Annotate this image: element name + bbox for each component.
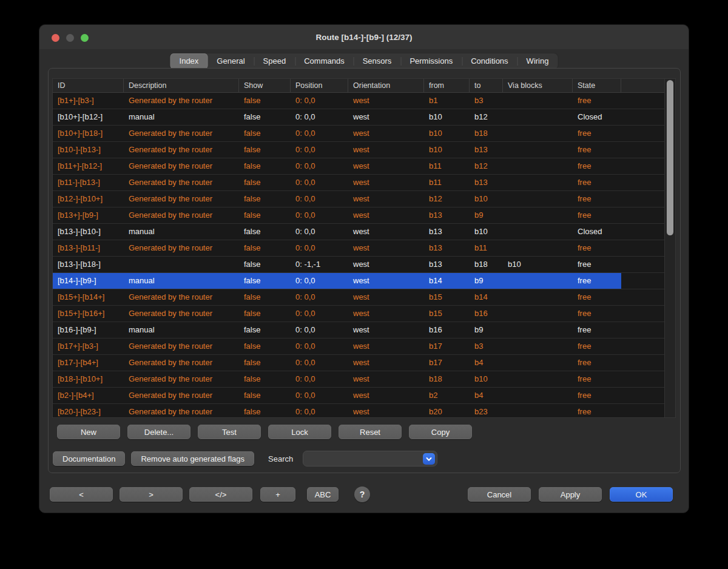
cell-description: Generated by the router — [124, 371, 239, 387]
table-row[interactable]: [b11+]-[b12-]Generated by the routerfals… — [53, 158, 664, 175]
cell-blank — [621, 158, 664, 174]
cell-state: free — [573, 191, 621, 207]
cell-to: b9 — [470, 322, 503, 338]
table-row[interactable]: [b15+]-[b16+]Generated by the routerfals… — [53, 306, 664, 322]
tab-speed[interactable]: Speed — [254, 53, 295, 69]
column-header-from[interactable]: from — [424, 79, 470, 92]
code-button[interactable]: </> — [189, 487, 252, 502]
next-button[interactable]: > — [120, 487, 183, 502]
cell-state: free — [573, 338, 621, 354]
test-button[interactable]: Test — [198, 425, 261, 439]
table-row[interactable]: [b15+]-[b14+]Generated by the routerfals… — [53, 289, 664, 306]
table-row[interactable]: [b17+]-[b3-]Generated by the routerfalse… — [53, 338, 664, 355]
table-row[interactable]: [b13-]-[b10-]manualfalse0: 0,0westb13b10… — [53, 224, 664, 240]
cell-state: free — [573, 273, 621, 289]
table-row[interactable]: [b13-]-[b18-]false0: -1,-1westb13b18b10f… — [53, 257, 664, 273]
reset-button[interactable]: Reset — [339, 425, 402, 439]
delete-button[interactable]: Delete... — [127, 425, 190, 439]
cell-state: free — [573, 158, 621, 174]
help-button[interactable]: ? — [354, 487, 370, 502]
cell-from: b11 — [424, 158, 470, 174]
cell-id: [b17+]-[b3-] — [53, 338, 124, 354]
apply-button[interactable]: Apply — [539, 487, 602, 502]
tab-sensors[interactable]: Sensors — [354, 53, 401, 69]
ok-button[interactable]: OK — [610, 487, 673, 502]
cell-via — [503, 93, 573, 109]
lock-button[interactable]: Lock — [268, 425, 331, 439]
cell-show: false — [239, 338, 291, 354]
close-window-button[interactable] — [52, 34, 59, 42]
cell-from: b15 — [424, 289, 470, 305]
column-header-position[interactable]: Position — [291, 79, 348, 92]
cell-orientation: west — [348, 289, 424, 305]
remove-auto-generated-flags-button[interactable]: Remove auto generated flags — [131, 451, 254, 466]
cell-via — [503, 355, 573, 371]
cell-show: false — [239, 388, 291, 403]
column-header-orientation[interactable]: Orientation — [348, 79, 424, 92]
table-row[interactable]: [b14-]-[b9-]manualfalse0: 0,0westb14b9fr… — [53, 273, 664, 289]
prev-button[interactable]: < — [50, 487, 113, 502]
cell-blank — [621, 93, 664, 109]
cell-id: [b15+]-[b16+] — [53, 306, 124, 322]
cell-show: false — [239, 142, 291, 158]
copy-button[interactable]: Copy — [409, 425, 472, 439]
new-button[interactable]: New — [57, 425, 120, 439]
table-row[interactable]: [b10+]-[b12-]manualfalse0: 0,0westb10b12… — [53, 109, 664, 126]
abc-button[interactable]: ABC — [307, 487, 339, 502]
zoom-window-button[interactable] — [81, 34, 89, 42]
tab-general[interactable]: General — [207, 53, 254, 69]
table-row[interactable]: [b13+]-[b9-]Generated by the routerfalse… — [53, 207, 664, 224]
column-header-state[interactable]: State — [573, 79, 621, 92]
cell-position: 0: 0,0 — [291, 371, 348, 387]
cell-blank — [621, 338, 664, 354]
cell-to: b12 — [470, 158, 503, 174]
cell-orientation: west — [348, 388, 424, 403]
search-combobox[interactable] — [303, 451, 437, 466]
cell-state: free — [573, 93, 621, 109]
add-button[interactable]: + — [260, 487, 295, 502]
column-header-id[interactable]: ID — [53, 79, 124, 92]
tab-conditions[interactable]: Conditions — [462, 53, 517, 69]
cell-state: Closed — [573, 109, 621, 125]
footer-bar: <></>+ABC ? Cancel Apply OK — [50, 487, 673, 502]
table-row[interactable]: [b10+]-[b18-]Generated by the routerfals… — [53, 126, 664, 142]
column-header-description[interactable]: Description — [124, 79, 239, 92]
cell-orientation: west — [348, 371, 424, 387]
cell-id: [b13-]-[b10-] — [53, 224, 124, 240]
table-row[interactable]: [b2-]-[b4+]Generated by the routerfalse0… — [53, 388, 664, 404]
cell-id: [b11+]-[b12-] — [53, 158, 124, 174]
table-row[interactable]: [b1+]-[b3-]Generated by the routerfalse0… — [53, 93, 664, 109]
cancel-button[interactable]: Cancel — [468, 487, 531, 502]
tab-wiring[interactable]: Wiring — [517, 53, 558, 69]
tab-permissions[interactable]: Permissions — [400, 53, 462, 69]
table-row[interactable]: [b18-]-[b10+]Generated by the routerfals… — [53, 371, 664, 388]
cell-position: 0: 0,0 — [291, 93, 348, 109]
cell-from: b14 — [424, 273, 470, 289]
table-row[interactable]: [b10-]-[b13-]Generated by the routerfals… — [53, 142, 664, 158]
cell-description: Generated by the router — [124, 289, 239, 305]
column-header-show[interactable]: Show — [239, 79, 291, 92]
column-header-blank[interactable] — [621, 79, 664, 92]
cell-position: 0: 0,0 — [291, 126, 348, 141]
cell-blank — [621, 142, 664, 158]
cell-via — [503, 388, 573, 403]
chevron-down-icon[interactable] — [423, 453, 435, 465]
column-header-via[interactable]: Via blocks — [503, 79, 573, 92]
vertical-scrollbar[interactable] — [664, 79, 675, 417]
minimize-window-button[interactable] — [66, 34, 74, 42]
cell-blank — [621, 175, 664, 190]
table-row[interactable]: [b16-]-[b9-]manualfalse0: 0,0westb16b9fr… — [53, 322, 664, 338]
table-row[interactable]: [b20-]-[b23-]Generated by the routerfals… — [53, 404, 664, 418]
table-row[interactable]: [b17-]-[b4+]Generated by the routerfalse… — [53, 355, 664, 371]
table-row[interactable]: [b11-]-[b13-]Generated by the routerfals… — [53, 175, 664, 191]
documentation-button[interactable]: Documentation — [53, 451, 125, 466]
tab-index[interactable]: Index — [170, 53, 208, 69]
table-row[interactable]: [b12-]-[b10+]Generated by the routerfals… — [53, 191, 664, 207]
index-tab-panel: IDDescriptionShowPositionOrientationfrom… — [48, 68, 681, 473]
column-header-to[interactable]: to — [470, 79, 503, 92]
tab-commands[interactable]: Commands — [295, 53, 353, 69]
table-row[interactable]: [b13-]-[b11-]Generated by the routerfals… — [53, 240, 664, 257]
cell-orientation: west — [348, 404, 424, 418]
cell-to: b14 — [470, 289, 503, 305]
scrollbar-thumb[interactable] — [667, 80, 673, 235]
